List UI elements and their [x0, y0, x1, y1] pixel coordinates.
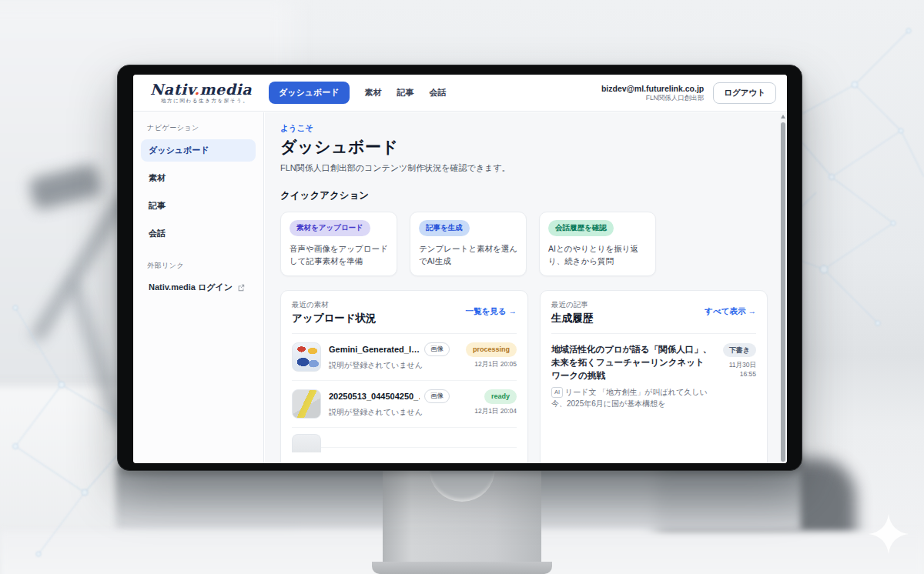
view-all-articles-link[interactable]: すべて表示 →: [705, 306, 756, 317]
browser-screen: Nativ.media 地方に関わる生き方を探そう。 ダッシュボード 素材 記事…: [133, 75, 787, 463]
material-description: 説明が登録されていません: [329, 360, 458, 371]
quick-action-text: テンプレートと素材を選んでAI生成: [419, 242, 517, 268]
user-email: bizdev@ml.futurelink.co.jp: [601, 83, 704, 94]
material-list-item[interactable]: 20250513_044504250_… 画像 説明が登録されていません rea…: [292, 381, 517, 428]
quick-actions-title: クイックアクション: [280, 189, 787, 202]
sidebar-item-conversations[interactable]: 会話: [141, 222, 256, 245]
logo-text: media: [199, 81, 252, 98]
material-name: Gemini_Generated_I…: [329, 345, 420, 354]
material-list-item[interactable]: Gemini_Generated_I… 画像 説明が登録されていません proc…: [292, 334, 517, 381]
monitor-stand-notch: [429, 468, 495, 502]
panel-eyebrow: 最近の記事: [551, 300, 593, 310]
panel-header: 最近の素材 アップロード状況 一覧を見る →: [292, 300, 517, 334]
page-title: ダッシュボード: [280, 136, 787, 158]
sidebar: ナビゲーション ダッシュボード 素材 記事 会話 外部リンク Nativ.med…: [133, 112, 264, 463]
external-link-label: Nativ.media ログイン: [149, 282, 233, 293]
sidebar-nav-label: ナビゲーション: [147, 123, 263, 133]
logout-button[interactable]: ログアウト: [713, 82, 776, 104]
material-type-badge: 画像: [424, 342, 450, 356]
panel-title: 生成履歴: [551, 312, 593, 325]
quick-action-generate-article[interactable]: 記事を生成 テンプレートと素材を選んでAI生成: [410, 212, 527, 276]
quick-action-badge: 素材をアップロード: [290, 220, 370, 236]
welcome-eyebrow: ようこそ: [280, 123, 787, 134]
material-thumbnail: [292, 342, 321, 372]
quick-action-badge: 記事を生成: [419, 220, 470, 236]
quick-actions-row: 素材をアップロード 音声や画像をアップロードして記事素材を準備 記事を生成 テン…: [280, 212, 787, 276]
quick-action-upload-material[interactable]: 素材をアップロード 音声や画像をアップロードして記事素材を準備: [280, 212, 397, 276]
view-all-materials-link[interactable]: 一覧を見る →: [466, 306, 517, 317]
panel-title: アップロード状況: [292, 312, 377, 325]
header-user-area: bizdev@ml.futurelink.co.jp FLN関係人口創出部 ログ…: [601, 75, 776, 112]
sidebar-external-link[interactable]: Nativ.media ログイン: [141, 277, 256, 298]
user-org: FLN関係人口創出部: [601, 94, 704, 102]
logo-text: Nativ: [150, 81, 194, 98]
scrollbar-up-icon[interactable]: [781, 115, 785, 118]
quick-action-text: 音声や画像をアップロードして記事素材を準備: [290, 242, 388, 268]
primary-nav: ダッシュボード 素材 記事 会話: [269, 82, 447, 104]
article-date: 11月30日16:55: [721, 361, 756, 379]
main-content: ようこそ ダッシュボード FLN関係人口創出部のコンテンツ制作状況を確認できます…: [265, 112, 787, 463]
recent-materials-panel: 最近の素材 アップロード状況 一覧を見る → Gemini_Generated_…: [280, 290, 528, 463]
tab-dashboard[interactable]: ダッシュボード: [269, 82, 350, 104]
external-link-icon: [237, 284, 245, 292]
article-status-badge: 下書き: [723, 343, 756, 358]
tab-conversations[interactable]: 会話: [430, 87, 447, 98]
material-timestamp: 12月1日 20:04: [474, 406, 517, 416]
ai-chip: AI: [551, 387, 563, 397]
tab-articles[interactable]: 記事: [397, 87, 414, 98]
logo[interactable]: Nativ.media 地方に関わる生き方を探そう。: [150, 82, 252, 104]
photo-background: Nativ.media 地方に関わる生き方を探そう。 ダッシュボード 素材 記事…: [0, 0, 924, 574]
article-lead: AIリード文 「地方創生」が叫ばれて久しい今、2025年6月に国が基本構想を: [551, 386, 713, 409]
material-thumbnail: [292, 389, 321, 419]
logo-tagline: 地方に関わる生き方を探そう。: [161, 98, 252, 104]
quick-action-badge: 会話履歴を確認: [548, 220, 614, 236]
material-type-badge: 画像: [424, 389, 450, 403]
user-info: bizdev@ml.futurelink.co.jp FLN関係人口創出部: [601, 83, 704, 103]
article-lead-text: リード文 「地方創生」が叫ばれて久しい今、2025年6月に国が基本構想を: [551, 388, 708, 408]
article-list-item[interactable]: 地域活性化のプロが語る「関係人口」、未来を拓くフューチャーリンクネットワークの挑…: [551, 334, 756, 419]
sidebar-item-articles[interactable]: 記事: [141, 195, 256, 217]
recent-articles-panel: 最近の記事 生成履歴 すべて表示 → 地域活性化のプロが語る「関係人口」、未来を…: [540, 290, 768, 463]
material-timestamp: 12月1日 20:05: [466, 359, 517, 369]
sparkle-icon: [869, 514, 909, 554]
app-header: Nativ.media 地方に関わる生き方を探そう。 ダッシュボード 素材 記事…: [133, 75, 787, 112]
material-list-item-partial: [292, 428, 517, 448]
sidebar-item-dashboard[interactable]: ダッシュボード: [141, 139, 256, 162]
sidebar-item-materials[interactable]: 素材: [141, 167, 256, 189]
page-description: FLN関係人口創出部のコンテンツ制作状況を確認できます。: [280, 162, 787, 174]
panel-eyebrow: 最近の素材: [292, 300, 377, 310]
status-badge: ready: [484, 389, 517, 405]
material-description: 説明が登録されていません: [329, 407, 467, 418]
tab-materials[interactable]: 素材: [365, 87, 382, 98]
material-thumbnail: [292, 434, 321, 452]
material-name: 20250513_044504250_…: [329, 392, 420, 401]
quick-action-check-conversations[interactable]: 会話履歴を確認 AIとのやりとりを振り返り、続きから質問: [539, 212, 656, 276]
panel-header: 最近の記事 生成履歴 すべて表示 →: [551, 300, 756, 334]
status-badge: processing: [466, 342, 517, 358]
quick-action-text: AIとのやりとりを振り返り、続きから質問: [548, 242, 647, 268]
sidebar-external-label: 外部リンク: [147, 261, 263, 271]
dashboard-panels: 最近の素材 アップロード状況 一覧を見る → Gemini_Generated_…: [280, 290, 787, 463]
article-title: 地域活性化のプロが語る「関係人口」、未来を拓くフューチャーリンクネットワークの挑…: [551, 343, 713, 383]
monitor: Nativ.media 地方に関わる生き方を探そう。 ダッシュボード 素材 記事…: [117, 65, 802, 471]
scrollbar-thumb[interactable]: [781, 122, 785, 462]
monitor-stand: [383, 469, 541, 574]
